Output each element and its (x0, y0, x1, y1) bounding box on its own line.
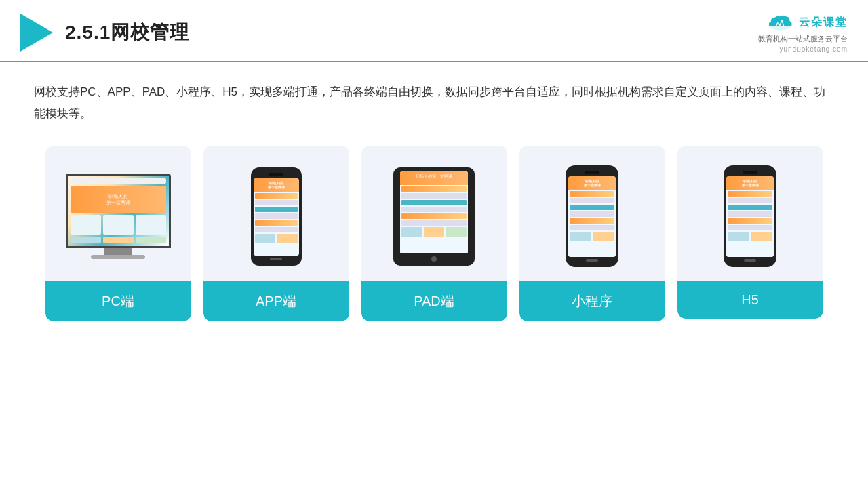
card-mini-label: 小程序 (519, 281, 665, 321)
pc-mockup: 职场人的第一堂网课 (66, 174, 171, 259)
mini-screen-body (568, 190, 616, 257)
mini-phone-notch (585, 171, 599, 174)
h5-home-btn (744, 259, 756, 262)
card-app-label: APP端 (203, 281, 349, 321)
pad-row-4 (401, 207, 467, 212)
brand-logo: 云朵课堂 教育机构一站式服务云平台 yunduoketang.com (758, 12, 848, 53)
h5-row-3 (728, 205, 772, 210)
mini-row-grid (570, 232, 614, 241)
mini-row-6 (570, 225, 614, 230)
mini-row-4 (570, 211, 614, 217)
mini-row-3 (570, 205, 614, 210)
pad-row-grid (401, 227, 467, 237)
pad-row-1 (401, 186, 467, 192)
card-pc-label: PC端 (45, 281, 191, 321)
mini-home-btn (586, 259, 598, 262)
card-mini: 职场人的第一堂网课 (519, 146, 665, 321)
mini-screen-header: 职场人的第一堂网课 (568, 176, 616, 190)
h5-screen-body (726, 190, 774, 257)
mini-row-2 (570, 198, 614, 203)
pad-tablet-body: 职场人的第一堂网课 (393, 167, 475, 266)
pc-bottom-rows (71, 237, 166, 243)
pc-screen-bar (71, 178, 166, 184)
app-grid-1 (255, 234, 276, 243)
app-row-6 (255, 227, 298, 232)
h5-phone-notch (743, 171, 757, 174)
pad-row-5 (401, 214, 467, 219)
h5-phone-body: 职场人的第一堂网课 (724, 165, 776, 267)
mini-header-text: 职场人的第一堂网课 (584, 179, 601, 187)
pc-base (91, 255, 145, 259)
mini-grid-1 (570, 232, 591, 241)
header-right: 云朵课堂 教育机构一站式服务云平台 yunduoketang.com (758, 12, 848, 53)
pad-row-6 (401, 220, 467, 226)
pad-row-2 (401, 193, 467, 199)
mini-image-area: 职场人的第一堂网课 (519, 146, 665, 281)
pad-screen-body (400, 185, 468, 253)
brand-url: yunduoketang.com (779, 45, 848, 53)
pc-bottom-1 (71, 237, 101, 243)
pad-home-dot (431, 256, 437, 262)
logo-triangle-icon (20, 14, 53, 52)
mini-phone-body: 职场人的第一堂网课 (566, 165, 618, 267)
pad-tablet-mockup: 职场人的第一堂网课 (393, 167, 475, 266)
card-app: 职场人的第一堂网课 (203, 146, 349, 321)
app-row-grid (255, 234, 298, 243)
h5-screen-header: 职场人的第一堂网课 (726, 176, 774, 190)
mini-row-5 (570, 218, 614, 224)
pc-screen: 职场人的第一堂网课 (66, 174, 171, 248)
app-phone-notch (269, 173, 283, 176)
app-row-1 (255, 193, 298, 199)
h5-grid-1 (728, 232, 749, 241)
h5-grid-2 (751, 232, 772, 241)
app-phone-mockup: 职场人的第一堂网课 (251, 167, 302, 266)
pad-grid-1 (401, 227, 422, 237)
header-left: 2.5.1网校管理 (20, 14, 189, 52)
h5-row-2 (728, 198, 772, 203)
app-home-btn (270, 258, 282, 260)
mini-row-1 (570, 191, 614, 197)
h5-row-6 (728, 225, 772, 230)
h5-row-5 (728, 218, 772, 224)
card-pad-label: PAD端 (361, 281, 507, 321)
pad-image-area: 职场人的第一堂网课 (361, 146, 507, 281)
card-h5-label: H5 (677, 281, 823, 319)
main-content: 网校支持PC、APP、PAD、小程序、H5，实现多端打通，产品各终端自由切换，数… (0, 62, 868, 335)
page-header: 2.5.1网校管理 云朵课堂 教育机构一站式服务云平台 yunduoketang… (0, 0, 868, 62)
mini-phone-screen: 职场人的第一堂网课 (568, 176, 616, 257)
app-row-3 (255, 207, 298, 212)
pad-header-text: 职场人的第一堂网课 (400, 171, 468, 180)
app-grid-2 (277, 234, 298, 243)
description-text: 网校支持PC、APP、PAD、小程序、H5，实现多端打通，产品各终端自由切换，数… (34, 81, 834, 124)
mini-grid-2 (593, 232, 614, 241)
h5-row-4 (728, 211, 772, 217)
pc-col-2 (103, 215, 134, 235)
brand-name: 云朵课堂 (799, 16, 848, 30)
brand-slogan: 教育机构一站式服务云平台 (758, 34, 848, 44)
h5-phone-screen: 职场人的第一堂网课 (726, 176, 774, 257)
pc-col-3 (136, 215, 166, 235)
h5-header-text: 职场人的第一堂网课 (742, 179, 759, 187)
app-phone-body: 职场人的第一堂网课 (251, 167, 302, 266)
pc-banner-text: 职场人的第一堂网课 (106, 193, 130, 205)
h5-phone-mockup: 职场人的第一堂网课 (724, 165, 776, 267)
app-screen-body (254, 192, 299, 256)
card-pad: 职场人的第一堂网课 (361, 146, 507, 321)
pc-col-1 (71, 215, 101, 235)
pad-grid-3 (446, 227, 467, 237)
pc-screen-content: 职场人的第一堂网课 (68, 176, 169, 246)
pad-grid-2 (424, 227, 445, 237)
app-header-text: 职场人的第一堂网课 (268, 181, 285, 189)
pad-screen-header: 职场人的第一堂网课 (400, 171, 468, 185)
app-row-2 (255, 200, 298, 205)
page-title: 2.5.1网校管理 (65, 20, 189, 45)
pc-bottom-2 (103, 237, 134, 243)
h5-image-area: 职场人的第一堂网课 (677, 146, 823, 281)
brand-logo-icon: 云朵课堂 (765, 12, 848, 33)
card-pc: 职场人的第一堂网课 (45, 146, 191, 321)
pc-bottom-3 (136, 237, 166, 243)
app-row-4 (255, 214, 298, 219)
h5-row-1 (728, 191, 772, 197)
cloud-icon (765, 12, 795, 33)
pc-screen-rows (71, 215, 166, 235)
